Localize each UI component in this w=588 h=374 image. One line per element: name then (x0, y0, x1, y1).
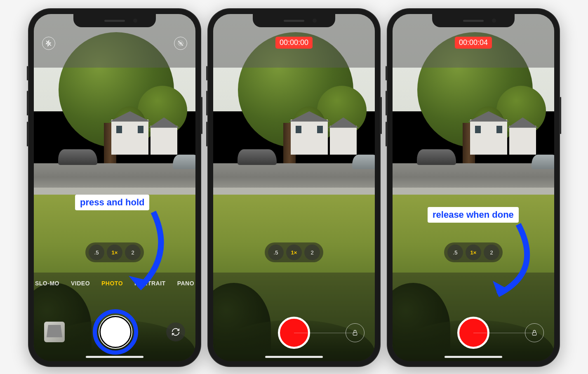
mode-portrait[interactable]: PORTRAIT (134, 280, 166, 287)
zoom-controls[interactable]: .5 1× 2 (85, 242, 144, 262)
zoom-wide-button[interactable]: .5 (89, 245, 104, 260)
mute-switch (206, 66, 207, 80)
zoom-controls[interactable]: .5 1× 2 (444, 242, 503, 262)
slide-to-lock-track (294, 333, 355, 333)
annotation-label: press and hold (75, 195, 149, 210)
home-indicator[interactable] (265, 356, 323, 358)
flash-off-icon[interactable] (42, 37, 55, 50)
mode-video[interactable]: VIDEO (71, 280, 90, 287)
last-photo-thumbnail[interactable] (44, 322, 65, 342)
phone-frame-3: 00:00:04 .5 1× 2 release when done (387, 8, 560, 367)
side-button (201, 97, 202, 134)
recording-timer: 00:00:04 (455, 37, 492, 49)
phone-frame-1: .5 1× 2 SLO-MO VIDEO PHOTO PORTRAIT PANO (28, 8, 201, 367)
home-indicator[interactable] (86, 356, 143, 358)
mode-photo[interactable]: PHOTO (101, 280, 123, 287)
mute-switch (386, 66, 387, 80)
flip-camera-button[interactable] (166, 322, 185, 341)
bottom-controls (393, 273, 554, 361)
shutter-button[interactable] (99, 315, 132, 349)
mode-selector[interactable]: SLO-MO VIDEO PHOTO PORTRAIT PANO (34, 273, 195, 287)
mode-pano[interactable]: PANO (177, 280, 194, 287)
zoom-1x-button[interactable]: 1× (466, 245, 481, 260)
notch (432, 14, 515, 27)
slide-to-lock-track (473, 333, 534, 333)
phone-screen: 00:00:00 .5 1× 2 (213, 14, 375, 361)
zoom-controls[interactable]: .5 1× 2 (265, 242, 323, 262)
mute-switch (27, 66, 28, 80)
zoom-wide-button[interactable]: .5 (447, 245, 463, 260)
notch (253, 14, 335, 27)
volume-up-button (386, 91, 387, 115)
notch (73, 14, 156, 27)
volume-up-button (27, 91, 28, 115)
volume-up-button (206, 91, 207, 115)
bottom-controls: SLO-MO VIDEO PHOTO PORTRAIT PANO (34, 273, 195, 361)
phone-frame-2: 00:00:00 .5 1× 2 (207, 8, 381, 367)
svg-line-3 (178, 41, 183, 46)
zoom-1x-button[interactable]: 1× (286, 245, 302, 260)
side-button (560, 97, 561, 134)
side-button (381, 97, 382, 134)
annotation-label: release when done (428, 207, 519, 223)
zoom-tele-button[interactable]: 2 (304, 245, 320, 260)
volume-down-button (206, 122, 207, 146)
live-photo-off-icon[interactable] (174, 37, 187, 50)
volume-down-button (386, 122, 387, 146)
phones-container: .5 1× 2 SLO-MO VIDEO PHOTO PORTRAIT PANO (28, 8, 560, 367)
recording-timer: 00:00:00 (275, 37, 313, 49)
phone-screen: 00:00:04 .5 1× 2 release when done (393, 14, 554, 361)
zoom-tele-button[interactable]: 2 (484, 245, 499, 260)
zoom-1x-button[interactable]: 1× (107, 245, 122, 260)
bottom-controls (213, 273, 375, 361)
home-indicator[interactable] (445, 356, 502, 358)
volume-down-button (27, 122, 28, 146)
mode-slomo[interactable]: SLO-MO (35, 280, 59, 287)
zoom-wide-button[interactable]: .5 (268, 245, 284, 260)
phone-screen: .5 1× 2 SLO-MO VIDEO PHOTO PORTRAIT PANO (34, 14, 195, 361)
zoom-tele-button[interactable]: 2 (125, 245, 141, 260)
